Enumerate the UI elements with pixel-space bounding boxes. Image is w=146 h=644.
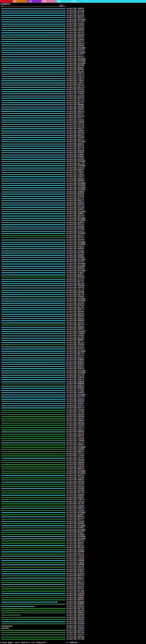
hit-bar[interactable] xyxy=(1,379,65,380)
hit-bar[interactable] xyxy=(1,556,65,556)
hit-bar[interactable] xyxy=(1,89,65,90)
hit-label[interactable]: UniRef100_UPI0000 xyxy=(67,350,85,352)
hit-bar[interactable] xyxy=(1,420,65,421)
hit-bar[interactable] xyxy=(1,307,65,308)
hit-bar[interactable] xyxy=(1,157,65,158)
hit-label[interactable]: UniRef100_O65353 xyxy=(67,32,84,34)
hit-label[interactable]: UniRef100_Q84W17 xyxy=(67,67,84,69)
hit-label[interactable]: UniRef100_Q76190 xyxy=(67,206,84,208)
hit-bar[interactable] xyxy=(1,545,65,546)
hit-label[interactable]: UniRef100_A9WF13 xyxy=(67,379,84,380)
hit-bar[interactable] xyxy=(1,316,65,317)
hit-bar[interactable] xyxy=(1,528,65,528)
hit-bar[interactable] xyxy=(1,168,65,168)
hit-label[interactable]: UniRef100_Q2XNT7 xyxy=(67,514,84,516)
hit-bar[interactable] xyxy=(1,372,65,373)
hit-bar[interactable] xyxy=(1,617,65,618)
hit-label[interactable]: UniRef100_Q62797 xyxy=(67,280,84,282)
hit-bar[interactable] xyxy=(1,52,65,53)
hit-label[interactable]: UniRef100_C1E436 xyxy=(67,424,84,426)
hit-label[interactable]: UniRef100_Q01T48 xyxy=(67,215,84,217)
hit-bar[interactable] xyxy=(1,74,65,74)
hit-bar[interactable] xyxy=(1,336,65,336)
hit-label[interactable]: UniRef100_C5FWF0 xyxy=(67,410,84,411)
hit-label[interactable]: UniRef100_C9WBE8 xyxy=(67,191,84,193)
hit-bar[interactable] xyxy=(1,606,35,607)
hit-bar[interactable] xyxy=(1,146,65,146)
hit-label[interactable]: UniRef100_B7QD27 xyxy=(67,571,84,572)
hit-bar[interactable] xyxy=(1,48,65,48)
hit-label[interactable]: UniRef100_B4IH1L xyxy=(67,357,84,359)
hit-bar[interactable] xyxy=(1,364,65,364)
hit-label[interactable]: UniRef100_A9HP55 xyxy=(67,8,84,10)
hit-label[interactable]: UniRef100_Q6FJY0 xyxy=(67,352,84,354)
hit-bar[interactable] xyxy=(1,107,65,107)
hit-bar[interactable] xyxy=(1,118,65,118)
hit-bar[interactable] xyxy=(1,626,12,626)
hit-bar[interactable] xyxy=(1,447,65,448)
hit-label[interactable]: UniRef100_A9ZT78 xyxy=(67,148,84,150)
hit-label[interactable]: UniRef100_Q56FG6 xyxy=(67,204,84,206)
hit-bar[interactable] xyxy=(1,639,65,640)
hit-label[interactable]: UniRef100_B3NY43 xyxy=(67,606,84,608)
hit-label[interactable]: UniRef100_B2YHY0 xyxy=(67,14,84,16)
hit-label[interactable]: UniRef100_B4IY05 xyxy=(67,608,84,610)
hit-label[interactable]: UniRef100_Q41138 xyxy=(67,163,84,165)
hit-bar[interactable] xyxy=(1,176,65,177)
hit-bar[interactable] xyxy=(1,536,65,537)
hit-label[interactable]: UniRef100_UPI0000 xyxy=(67,60,85,62)
hit-bar[interactable] xyxy=(1,543,65,544)
hit-bar[interactable] xyxy=(1,394,65,395)
hit-bar[interactable] xyxy=(1,59,65,60)
hit-label[interactable]: UniRef100_B4M2H3 xyxy=(67,314,84,315)
hit-bar[interactable] xyxy=(1,460,65,460)
hit-bar[interactable] xyxy=(1,144,65,144)
hit-bar[interactable] xyxy=(1,377,65,378)
hit-bar[interactable] xyxy=(1,388,65,388)
hit-label[interactable]: UniRef100_A7NFG9 xyxy=(67,499,84,500)
hit-label[interactable]: UniRef100_A2DRC0 xyxy=(67,627,84,629)
hit-label[interactable]: UniRef100_Q95Z76 xyxy=(67,115,84,117)
hit-bar[interactable] xyxy=(1,578,65,578)
hit-bar[interactable] xyxy=(1,155,65,155)
hit-label[interactable]: UniRef100_Q69YY2 xyxy=(67,309,84,311)
hit-label[interactable]: UniRef100_B3ONF0 xyxy=(67,381,84,383)
hit-label[interactable]: UniRef100_C5GCR5 xyxy=(67,484,84,485)
hit-bar[interactable] xyxy=(1,196,65,197)
hit-label[interactable]: UniRef100_B9N646 xyxy=(67,386,84,387)
hit-label[interactable]: UniRef100_Q59GX9 xyxy=(67,49,84,51)
hit-bar[interactable] xyxy=(1,408,65,408)
hit-bar[interactable] xyxy=(1,279,65,280)
hit-label[interactable]: UniRef100_UPI0000 xyxy=(67,220,85,221)
hit-bar[interactable] xyxy=(1,85,65,86)
hit-bar[interactable] xyxy=(1,488,65,489)
hit-label[interactable]: UniRef100_B4QHU0 xyxy=(67,601,84,603)
hit-label[interactable]: UniRef100_B4JVL5 xyxy=(67,588,84,590)
hit-label[interactable]: UniRef100_B2Y1Z5 xyxy=(67,198,84,200)
hit-bar[interactable] xyxy=(1,198,65,199)
hit-bar[interactable] xyxy=(1,246,65,247)
hit-label[interactable]: UniRef100_A9TV57 xyxy=(67,237,84,239)
hit-label[interactable]: UniRef100_UPI0000 xyxy=(67,529,85,531)
hit-bar[interactable] xyxy=(1,473,65,474)
hit-bar[interactable] xyxy=(1,510,65,511)
hit-bar[interactable] xyxy=(1,622,65,622)
hit-label[interactable]: UniRef100_UPI0000 xyxy=(67,536,85,538)
hit-bar[interactable] xyxy=(1,560,65,561)
hit-label[interactable]: UniRef100_B3N025 xyxy=(67,362,84,363)
hit-label[interactable]: UniRef100_B5SF4L xyxy=(67,145,84,147)
hit-bar[interactable] xyxy=(1,109,65,110)
hit-bar[interactable] xyxy=(1,96,65,96)
hit-label[interactable]: UniRef100_B4P9T5 xyxy=(67,599,84,601)
hit-bar[interactable] xyxy=(1,172,65,173)
hit-bar[interactable] xyxy=(1,226,65,227)
hit-bar[interactable] xyxy=(1,231,65,232)
hit-label[interactable]: UniRef100_Q401K6 xyxy=(67,414,84,416)
hit-bar[interactable] xyxy=(1,582,65,583)
hit-bar[interactable] xyxy=(1,615,20,616)
hit-bar[interactable] xyxy=(1,187,65,188)
hit-label[interactable]: UniRef100_A5DLB6 xyxy=(67,488,84,490)
hit-label[interactable]: UniRef100_C1BF77 xyxy=(67,82,84,84)
hit-label[interactable]: UniRef100_B7FLV5 xyxy=(67,100,84,102)
hit-bar[interactable] xyxy=(1,309,65,310)
